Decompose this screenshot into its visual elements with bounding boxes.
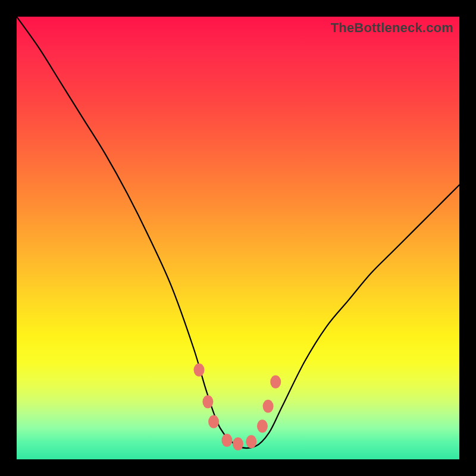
highlight-marker: [208, 415, 219, 428]
marker-group: [194, 364, 281, 450]
highlight-marker: [270, 375, 281, 389]
highlight-marker: [263, 400, 274, 413]
highlight-marker: [233, 437, 243, 450]
highlight-marker: [221, 434, 232, 447]
highlight-marker: [202, 395, 213, 408]
outer-frame: TheBottleneck.com: [0, 0, 476, 476]
plot-area: TheBottleneck.com: [17, 17, 459, 459]
curve-svg: [17, 17, 459, 459]
highlight-marker: [257, 419, 268, 433]
bottleneck-curve-path: [17, 17, 459, 448]
highlight-marker: [194, 364, 205, 377]
highlight-marker: [246, 435, 256, 448]
